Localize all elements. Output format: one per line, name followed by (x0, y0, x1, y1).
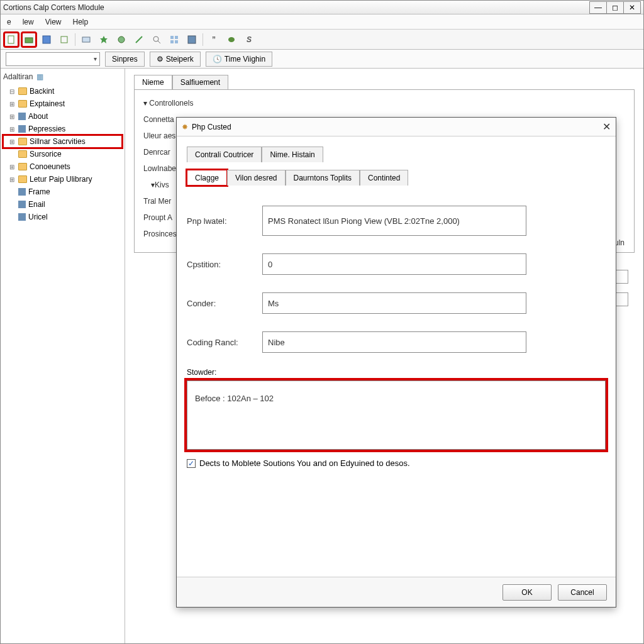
toolbar-copy-icon[interactable] (79, 33, 93, 47)
svg-rect-13 (188, 36, 196, 43)
checkbox-dects[interactable]: ✓ (187, 459, 196, 468)
folder-icon (18, 100, 27, 108)
expander-icon[interactable]: ⊞ (9, 176, 16, 183)
input-cpstition[interactable]: 0 (262, 253, 526, 275)
tree-item-label: Backint (30, 87, 54, 96)
main-tabs: Nieme Salfiuement (134, 75, 635, 89)
expander-icon[interactable]: ⊞ (9, 126, 16, 133)
gear-icon: ⚙ (157, 55, 164, 64)
menu-lew[interactable]: lew (23, 18, 34, 26)
sparkle-icon: ✸ (182, 123, 188, 131)
toolbar-disk-icon[interactable] (185, 33, 199, 47)
tab-contrali-label: Contrali Coutricer (195, 150, 253, 159)
tab-nime-histain[interactable]: Nime. Histain (262, 147, 323, 162)
minimize-button[interactable]: — (589, 1, 607, 14)
toolbar-gear-icon[interactable] (114, 33, 128, 47)
tree-item-label: Letur Paip Ulibrary (30, 175, 92, 184)
tab-nieme[interactable]: Nieme (134, 75, 172, 89)
tree-item-frame[interactable]: Frame (3, 186, 122, 198)
toolbar-find-icon[interactable] (150, 33, 164, 47)
toolbar-grid-icon[interactable] (167, 33, 181, 47)
tree-item-uricel[interactable]: Uricel (3, 211, 122, 223)
node-icon (18, 125, 26, 133)
dialog-tabs-lower: Clagge Vilon desred Daurntons Toplits Co… (187, 170, 606, 186)
subtab-time[interactable]: 🕓Time Viighin (206, 52, 272, 67)
toolbar-letters-icon[interactable]: S (242, 33, 256, 47)
input-pnp[interactable]: PMS Ronatect lßun Piong View (VBL 2:02Tn… (262, 206, 526, 236)
menu-view[interactable]: View (45, 18, 62, 26)
toolbar-save-icon[interactable] (40, 33, 53, 47)
tree-item-sursorice[interactable]: Sursorice (3, 148, 122, 160)
input-conder[interactable]: Ms (262, 292, 526, 314)
subtab-sinpres-label: Sinpres (112, 55, 138, 64)
expander-icon[interactable]: ⊞ (9, 113, 16, 120)
input-pnp-value: PMS Ronatect lßun Piong View (VBL 2:02Tn… (268, 216, 460, 226)
field-pnp: Pnp lwatel: PMS Ronatect lßun Piong View… (187, 206, 606, 236)
toolbar: ” S (1, 30, 643, 50)
field-stowder: Stowder: Befoce : 102An – 102 (187, 368, 606, 450)
toolbar-cut-icon[interactable] (57, 33, 71, 47)
expander-icon[interactable]: ⊟ (9, 88, 16, 95)
maximize-button[interactable]: ◻ (606, 1, 624, 14)
section-title-label: Controllonels (149, 99, 193, 108)
svg-rect-0 (8, 36, 14, 43)
subtab-sinpres[interactable]: Sinpres (105, 52, 145, 67)
tree-item-pepressies[interactable]: ⊞Pepressies (3, 123, 122, 135)
tab-continted[interactable]: Continted (360, 170, 408, 186)
checkbox-row: ✓ Dects to Moblete Soutions You and on E… (187, 458, 606, 468)
textarea-stowder[interactable]: Befoce : 102An – 102 (187, 380, 606, 450)
menu-e[interactable]: e (7, 18, 11, 26)
tab-vilon[interactable]: Vilon desred (227, 170, 286, 186)
sidebar: Adaltiran ▦ ⊟Backint⊞Exptainest⊞About⊞Pe… (1, 69, 125, 643)
tree-item-label: About (28, 112, 48, 121)
selector-combo[interactable] (6, 52, 100, 66)
toolbar-wand-icon[interactable] (132, 33, 146, 47)
input-coding[interactable]: Nibe (262, 331, 526, 353)
ok-button[interactable]: OK (502, 584, 552, 601)
tree-item-enail[interactable]: Enail (3, 198, 122, 211)
sidebar-header: Adaltiran ▦ (3, 72, 122, 81)
dialog-titlebar: ✸ Php Custed ✕ (177, 118, 616, 136)
toolbar-doc-icon[interactable] (4, 33, 18, 47)
tab-daurntons[interactable]: Daurntons Toplits (286, 170, 360, 186)
input-conder-value: Ms (268, 299, 279, 308)
tab-clagge[interactable]: Clagge (187, 170, 227, 186)
tree-item-conoeunets[interactable]: ⊞Conoeunets (3, 160, 122, 173)
expander-icon[interactable]: ⊞ (9, 101, 16, 108)
tree-item-sillnar-sacrvities[interactable]: ⊞Sillnar Sacrvities (3, 135, 122, 148)
subbar: Sinpres ⚙Steiperk 🕓Time Viighin (1, 50, 643, 69)
subtab-steiperk[interactable]: ⚙Steiperk (150, 52, 201, 67)
subtab-time-label: Time Viighin (225, 55, 265, 64)
tree-item-label: Enail (28, 200, 45, 209)
input-cpstition-value: 0 (268, 260, 272, 269)
tab-continted-label: Continted (368, 174, 400, 182)
node-icon (18, 201, 26, 208)
toolbar-quote-icon[interactable]: ” (207, 33, 221, 47)
tab-salfiuement-label: Salfiuement (180, 78, 220, 87)
menu-help[interactable]: Help (73, 18, 89, 26)
tab-salfiuement[interactable]: Salfiuement (172, 75, 228, 89)
tab-contrali[interactable]: Contrali Coutricer (187, 147, 262, 162)
toolbar-open-icon[interactable] (22, 33, 36, 47)
tree-item-backint[interactable]: ⊟Backint (3, 85, 122, 97)
expander-icon[interactable]: ⊞ (9, 138, 16, 145)
window-controls: — ◻ ✕ (590, 1, 641, 14)
toolbar-blob-icon[interactable] (225, 33, 238, 47)
folder-icon (18, 87, 27, 95)
tree-item-exptainest[interactable]: ⊞Exptainest (3, 97, 122, 110)
svg-rect-3 (61, 36, 67, 43)
field-coding: Coding Rancl: Nibe (187, 331, 606, 353)
close-button[interactable]: ✕ (623, 1, 641, 14)
dialog-close-icon[interactable]: ✕ (602, 121, 611, 133)
cancel-button[interactable]: Cancel (558, 584, 607, 601)
folder-icon (18, 138, 27, 145)
expander-icon[interactable]: ⊞ (9, 164, 16, 170)
titlebar: Cortions Calp Corters Mlodule — ◻ ✕ (1, 1, 643, 14)
tree-item-about[interactable]: ⊞About (3, 110, 122, 123)
subtab-steiperk-label: Steiperk (166, 55, 194, 64)
tree-item-letur-paip-ulibrary[interactable]: ⊞Letur Paip Ulibrary (3, 173, 122, 186)
dialog-body: Contrali Coutricer Nime. Histain Clagge … (177, 136, 616, 577)
toolbar-star-icon[interactable] (97, 33, 111, 47)
node-icon (18, 188, 26, 196)
sidebar-header-icon[interactable]: ▦ (36, 72, 43, 81)
